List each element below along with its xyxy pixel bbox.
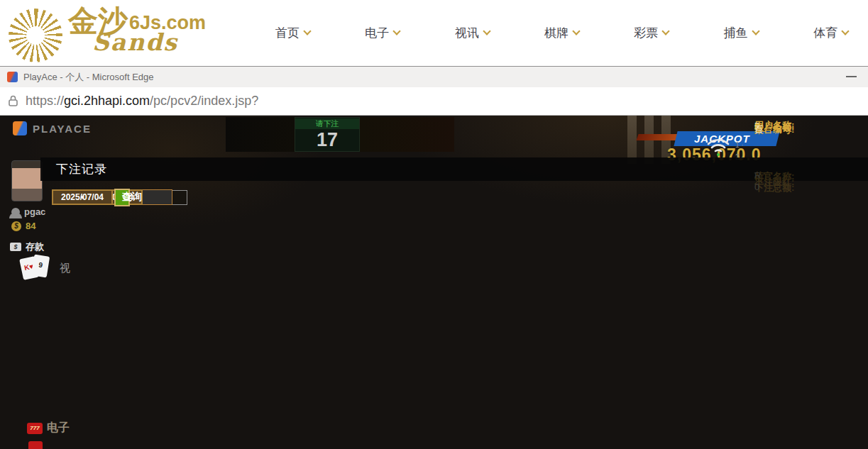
nav-item[interactable]: 体育 [813, 25, 848, 41]
top-nav: 首页 电子 视讯 棋牌 彩票 捕鱼 体育 [250, 25, 868, 41]
nav-item[interactable]: 首页 [275, 25, 310, 41]
chevron-down-icon [662, 27, 670, 35]
brand-name-en: Sands [92, 28, 206, 56]
balance-row: $ 84 [11, 221, 35, 231]
deposit-icon: $ [10, 243, 21, 251]
avatar [11, 160, 43, 201]
nav-item[interactable]: 电子 [365, 25, 400, 41]
browser-titlebar: PlayAce - 个人 - Microsoft Edge [0, 66, 868, 87]
chevron-down-icon [303, 27, 311, 35]
sun-logo-icon [9, 9, 62, 62]
game-page: PLAYACE 请下注 17 JACKPOT 3,056,070.0 1 ·2 … [0, 116, 868, 449]
lock-icon [8, 95, 18, 107]
bet-timer: 请下注 17 [295, 117, 360, 152]
chevron-down-icon [752, 27, 759, 35]
url-bar[interactable]: https://gci.2hhapi.com/pc/pcv2/index.jsp… [0, 87, 868, 116]
money-bag-icon: $ [11, 221, 21, 231]
nav-item[interactable]: 棋牌 [544, 25, 579, 41]
user-info-panel-dim: 荷官名称: R 下注限红: 2 下注总额: 0 [754, 170, 868, 182]
chevron-down-icon [572, 27, 580, 35]
deposit-button[interactable]: $ 存款 [10, 240, 44, 253]
person-icon [11, 208, 20, 216]
brand-logo: 金沙 6Js.com Sands [0, 4, 250, 62]
search-button[interactable]: 查询 [114, 189, 130, 206]
url-text: https://gci.2hhapi.com/pc/pcv2/index.jsp… [26, 94, 258, 109]
user-info-panel: 用户名称: p 账户余额: 8 桌台编号: 百 [754, 119, 868, 123]
timer-label: 请下注 [295, 118, 359, 129]
bet-timer-bar: 请下注 17 [226, 117, 454, 152]
site-header: 金沙 6Js.com Sands 首页 电子 视讯 棋牌 彩票 捕鱼 体育 [0, 0, 868, 66]
nav-item[interactable]: 捕鱼 [724, 25, 759, 41]
bet-records-modal: 下注记录 局号 订单号 [40, 157, 868, 449]
nav-item[interactable]: 视讯 [455, 25, 490, 41]
minimize-button[interactable] [846, 76, 857, 77]
playace-logo: PLAYACE [13, 121, 92, 135]
window-title: PlayAce - 个人 - Microsoft Edge [23, 71, 154, 84]
timer-countdown: 17 [295, 129, 359, 151]
browser-favicon [7, 72, 18, 82]
screen: 金沙 6Js.com Sands 首页 电子 视讯 棋牌 彩票 捕鱼 体育 [0, 0, 868, 449]
decor-pillar [627, 116, 637, 164]
search-form: 局号 订单号 平台类型 1.全部 下注时间 (美东) 20 [40, 181, 52, 234]
date-to-picker[interactable]: 2025/07/04 [52, 189, 113, 205]
wifi-icon [706, 135, 730, 157]
modal-title: 下注记录 [40, 157, 868, 181]
chevron-down-icon [841, 27, 849, 35]
chevron-down-icon [483, 27, 490, 35]
playace-icon [13, 121, 27, 135]
nav-item[interactable]: 彩票 [634, 25, 669, 41]
chevron-down-icon [393, 27, 401, 35]
